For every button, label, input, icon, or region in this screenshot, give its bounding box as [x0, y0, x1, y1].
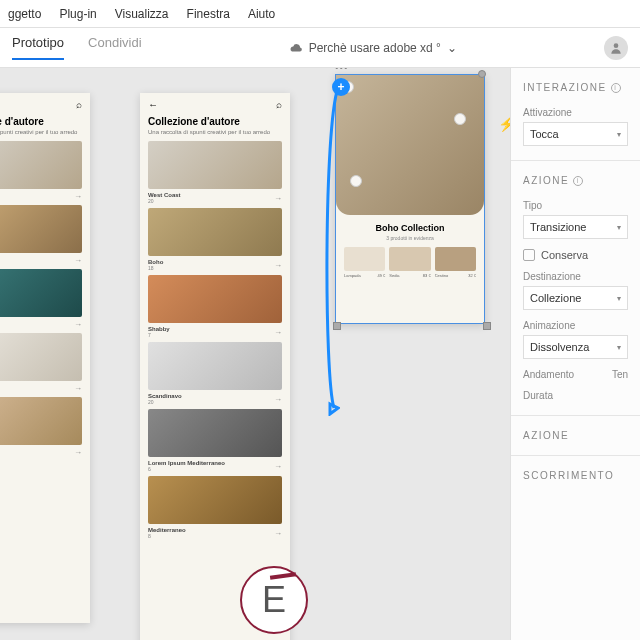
list-item: →: [0, 205, 82, 265]
properties-panel: INTERAZIONE i Attivazione Tocca▾ AZIONE …: [510, 68, 640, 640]
mode-tabs: Prototipo Condividi: [12, 35, 142, 60]
label-animation: Animazione: [523, 320, 628, 331]
lightning-icon[interactable]: ⚡: [498, 116, 510, 132]
back-icon: ←: [148, 99, 158, 110]
checkbox-icon: [523, 249, 535, 261]
menu-object[interactable]: ggetto: [8, 7, 41, 21]
menu-bar: ggetto Plug-in Visualizza Finestra Aiuto: [0, 0, 640, 28]
svg-point-0: [614, 43, 619, 48]
section-interaction: INTERAZIONE i: [523, 82, 628, 93]
label-type: Tipo: [523, 200, 628, 211]
link-origin-handle[interactable]: +: [332, 78, 350, 96]
user-icon: [609, 41, 623, 55]
hero-image: [336, 75, 484, 215]
list-item: Shabby7→: [148, 275, 282, 338]
user-avatar[interactable]: [604, 36, 628, 60]
chevron-down-icon: ▾: [617, 343, 621, 352]
cloud-icon: [289, 43, 303, 53]
chevron-down-icon: ▾: [617, 130, 621, 139]
select-animation[interactable]: Dissolvenza▾: [523, 335, 628, 359]
product-thumbs: Lampada49 € Sedia83 € Cestino32 €: [336, 241, 484, 284]
artboard-boho-collection[interactable]: Boho Collection 3 prodotti in evidenza L…: [335, 74, 485, 324]
document-title[interactable]: Perchè usare adobe xd ° ⌄: [289, 41, 457, 55]
page-title: Collezione d'autore: [140, 116, 290, 129]
menu-help[interactable]: Aiuto: [248, 7, 275, 21]
prototype-wire[interactable]: [320, 86, 340, 416]
list-item: →: [0, 141, 82, 201]
list-item: →: [0, 333, 82, 393]
hotspot-icon: [350, 175, 362, 187]
tab-share[interactable]: Condividi: [88, 35, 141, 60]
menu-view[interactable]: Visualizza: [115, 7, 169, 21]
list-item: Lorem Ipsum Mediterraneo6→: [148, 409, 282, 472]
select-type[interactable]: Transizione▾: [523, 215, 628, 239]
collection-title: Boho Collection: [336, 223, 484, 233]
artboard-header: ←⌕: [140, 93, 290, 116]
artboard-collection-list[interactable]: ←⌕ Collezione d'autore Una raccolta di s…: [140, 93, 290, 640]
logo-badge: E: [240, 566, 308, 634]
row-easing: AndamentoTen: [523, 369, 628, 380]
search-icon: ⌕: [276, 99, 282, 110]
page-title: lezione d'autore: [0, 116, 90, 129]
info-icon[interactable]: i: [611, 83, 621, 93]
menu-window[interactable]: Finestra: [187, 7, 230, 21]
info-icon[interactable]: i: [573, 176, 583, 186]
hotspot-icon: [454, 113, 466, 125]
chevron-down-icon: ▾: [617, 294, 621, 303]
list-item: Boho18→: [148, 208, 282, 271]
list-item: Mediterraneo8→: [148, 476, 282, 539]
chevron-down-icon: ⌄: [447, 41, 457, 55]
section-action: AZIONE i: [523, 175, 628, 186]
list-item: Scandinavo20→: [148, 342, 282, 405]
canvas[interactable]: ←⌕ lezione d'autore raccolta di spunti c…: [0, 68, 510, 640]
tab-prototype[interactable]: Prototipo: [12, 35, 64, 60]
thumb: Sedia83 €: [389, 247, 430, 278]
select-trigger[interactable]: Tocca▾: [523, 122, 628, 146]
checkbox-preserve[interactable]: Conserva: [523, 249, 628, 261]
list-item: →: [0, 269, 82, 329]
row-duration: Durata: [523, 390, 628, 401]
selection-handle[interactable]: [483, 322, 491, 330]
label-trigger: Attivazione: [523, 107, 628, 118]
artboard-header: ←⌕: [0, 93, 90, 116]
list-item: West Coast20→: [148, 141, 282, 204]
thumb: Lampada49 €: [344, 247, 385, 278]
artboard-collection-cropped[interactable]: ←⌕ lezione d'autore raccolta di spunti c…: [0, 93, 90, 623]
list-item: →: [0, 397, 82, 457]
artboard-menu-icon[interactable]: •••: [335, 68, 349, 73]
chevron-down-icon: ▾: [617, 223, 621, 232]
thumb: Cestino32 €: [435, 247, 476, 278]
select-destination[interactable]: Collezione▾: [523, 286, 628, 310]
label-destination: Destinazione: [523, 271, 628, 282]
selection-handle[interactable]: [478, 70, 486, 78]
search-icon: ⌕: [76, 99, 82, 110]
menu-plugin[interactable]: Plug-in: [59, 7, 96, 21]
section-action-2: AZIONE: [523, 430, 628, 441]
top-bar: Prototipo Condividi Perchè usare adobe x…: [0, 28, 640, 68]
section-scroll: SCORRIMENTO: [523, 470, 628, 481]
